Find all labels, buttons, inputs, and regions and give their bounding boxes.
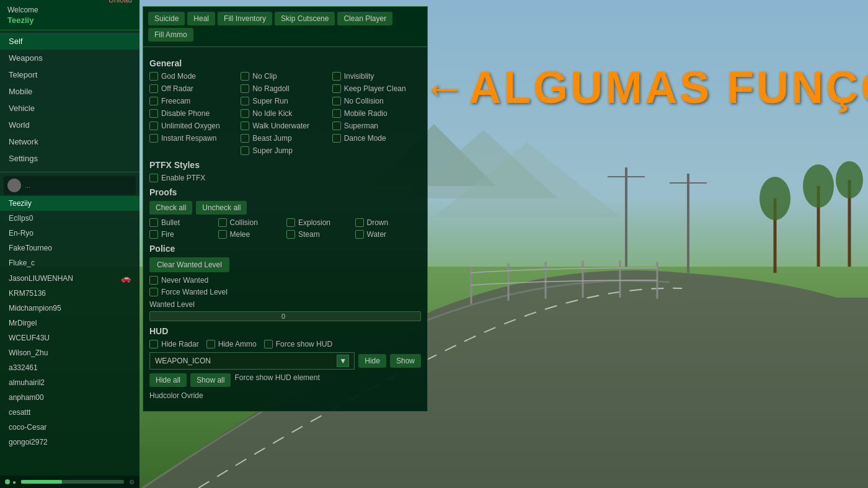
checkbox-walk-underwater[interactable] [241, 122, 249, 130]
checkbox-no-ragdoll[interactable] [241, 84, 249, 93]
player-item-cesattt[interactable]: cesattt [0, 405, 140, 420]
check-steam[interactable]: Steam [286, 230, 353, 239]
check-keep-player-clean[interactable]: Keep Player Clean [332, 84, 421, 93]
checkbox-never-wanted[interactable] [149, 276, 158, 285]
uncheck-all-button[interactable]: Uncheck all [196, 201, 247, 215]
hud-hide-button[interactable]: Hide [358, 354, 386, 368]
sidebar-item-network[interactable]: Network [0, 133, 140, 150]
player-item-teeziiy[interactable]: Teeziiy [0, 196, 140, 211]
player-item-fluke-c[interactable]: Fluke_c [0, 255, 140, 270]
check-hide-radar[interactable]: Hide Radar [149, 340, 199, 348]
checkbox-enable-ptfx[interactable] [149, 174, 158, 182]
player-item-wceuf43u[interactable]: WCEUF43U [0, 331, 140, 345]
tab-heal[interactable]: Heal [187, 12, 215, 25]
checkbox-super-jump[interactable] [241, 146, 249, 155]
tab-clean-player[interactable]: Clean Player [337, 12, 392, 25]
check-dance-mode[interactable]: Dance Mode [332, 134, 421, 143]
checkbox-superman[interactable] [332, 122, 341, 130]
player-item-mrdirgel[interactable]: MrDirgel [0, 316, 140, 331]
player-item-a332461[interactable]: a332461 [0, 360, 140, 375]
sidebar-item-vehicle[interactable]: Vehicle [0, 100, 140, 117]
check-god-mode[interactable]: God Mode [149, 72, 238, 81]
checkbox-disable-phone[interactable] [149, 109, 158, 118]
checkbox-steam[interactable] [286, 230, 295, 239]
check-no-collision[interactable]: No Collision [332, 97, 421, 105]
sidebar-item-weapons[interactable]: Weapons [0, 50, 140, 66]
check-instant-respawn[interactable]: Instant Respawn [149, 134, 238, 143]
check-beast-jump[interactable]: Beast Jump [241, 134, 329, 143]
checkbox-hide-radar[interactable] [149, 340, 158, 348]
checkbox-melee[interactable] [218, 230, 227, 239]
checkbox-instant-respawn[interactable] [149, 134, 158, 143]
checkbox-drown[interactable] [355, 218, 364, 227]
check-no-idle-kick[interactable]: No Idle Kick [241, 109, 329, 118]
sidebar-item-teleport[interactable]: Teleport [0, 66, 140, 83]
checkbox-unlimited-oxygen[interactable] [149, 122, 158, 130]
check-force-wanted[interactable]: Force Wanted Level [149, 288, 421, 296]
check-no-clip[interactable]: No Clip [241, 72, 329, 81]
check-drown[interactable]: Drown [355, 218, 422, 227]
tab-fill-ammo[interactable]: Fill Ammo [148, 28, 193, 42]
check-super-jump[interactable]: Super Jump [241, 146, 329, 155]
check-bullet[interactable]: Bullet [149, 218, 216, 227]
check-walk-underwater[interactable]: Walk Underwater [241, 122, 329, 130]
checkbox-no-idle-kick[interactable] [241, 109, 249, 118]
player-item-en-ryo[interactable]: En-Ryo [0, 226, 140, 241]
checkbox-no-clip[interactable] [241, 72, 249, 81]
checkbox-god-mode[interactable] [149, 72, 158, 81]
checkbox-no-collision[interactable] [332, 97, 341, 105]
wanted-slider[interactable]: 0 [149, 311, 421, 321]
check-all-button[interactable]: Check all [149, 201, 192, 215]
tab-fill-inventory[interactable]: Fill Inventory [218, 12, 272, 25]
checkbox-fire[interactable] [149, 230, 158, 239]
checkbox-keep-player-clean[interactable] [332, 84, 341, 93]
player-item-midchampion95[interactable]: Midchampion95 [0, 301, 140, 316]
check-mobile-radio[interactable]: Mobile Radio [332, 109, 421, 118]
checkbox-mobile-radio[interactable] [332, 109, 341, 118]
check-fire[interactable]: Fire [149, 230, 216, 239]
sidebar-item-self[interactable]: Self [0, 33, 140, 50]
check-water[interactable]: Water [355, 230, 422, 239]
player-item-wilson-zhu[interactable]: Wilson_Zhu [0, 345, 140, 360]
player-item-jasonliuwenhan[interactable]: JasonLIUWENHAN 🚗 [0, 270, 140, 286]
check-super-run[interactable]: Super Run [241, 97, 329, 105]
tab-suicide[interactable]: Suicide [148, 12, 185, 25]
check-no-ragdoll[interactable]: No Ragdoll [241, 84, 329, 93]
tab-skip-cutscene[interactable]: Skip Cutscene [275, 12, 335, 25]
sidebar-item-settings[interactable]: Settings [0, 150, 140, 167]
player-item-eclips0[interactable]: EclIps0 [0, 211, 140, 226]
player-item-coco-cesar[interactable]: coco-Cesar [0, 420, 140, 435]
unload-button[interactable]: Unload [108, 0, 132, 4]
checkbox-beast-jump[interactable] [241, 134, 249, 143]
check-hide-ammo[interactable]: Hide Ammo [206, 340, 257, 348]
check-disable-phone[interactable]: Disable Phone [149, 109, 238, 118]
check-never-wanted[interactable]: Never Wanted [149, 276, 421, 285]
check-melee[interactable]: Melee [218, 230, 285, 239]
check-invisiblity[interactable]: Invisiblity [332, 72, 421, 81]
check-freecam[interactable]: Freecam [149, 97, 238, 105]
player-item-gongoi2972[interactable]: gongoi2972 [0, 435, 140, 450]
check-off-radar[interactable]: Off Radar [149, 84, 238, 93]
checkbox-force-wanted[interactable] [149, 288, 158, 296]
check-force-show-hud[interactable]: Force show HUD [264, 340, 332, 348]
hud-dropdown[interactable]: WEAPON_ICON ▼ [149, 352, 355, 370]
sidebar-item-mobile[interactable]: Mobile [0, 83, 140, 100]
sidebar-item-world[interactable]: World [0, 117, 140, 133]
checkbox-explosion[interactable] [286, 218, 295, 227]
checkbox-off-radar[interactable] [149, 84, 158, 93]
checkbox-invisiblity[interactable] [332, 72, 341, 81]
checkbox-force-show-hud[interactable] [264, 340, 273, 348]
player-item-krm75136[interactable]: KRM75136 [0, 286, 140, 301]
checkbox-hide-ammo[interactable] [206, 340, 215, 348]
checkbox-super-run[interactable] [241, 97, 249, 105]
clear-wanted-button[interactable]: Clear Wanted Level [149, 257, 229, 272]
checkbox-dance-mode[interactable] [332, 134, 341, 143]
checkbox-collision[interactable] [218, 218, 227, 227]
check-superman[interactable]: Superman [332, 122, 421, 130]
show-all-button[interactable]: Show all [190, 373, 231, 387]
check-unlimited-oxygen[interactable]: Unlimited Oxygen [149, 122, 238, 130]
check-enable-ptfx[interactable]: Enable PTFX [149, 174, 421, 182]
checkbox-freecam[interactable] [149, 97, 158, 105]
checkbox-bullet[interactable] [149, 218, 158, 227]
player-item-faketourneo[interactable]: FakeTourneo [0, 241, 140, 255]
